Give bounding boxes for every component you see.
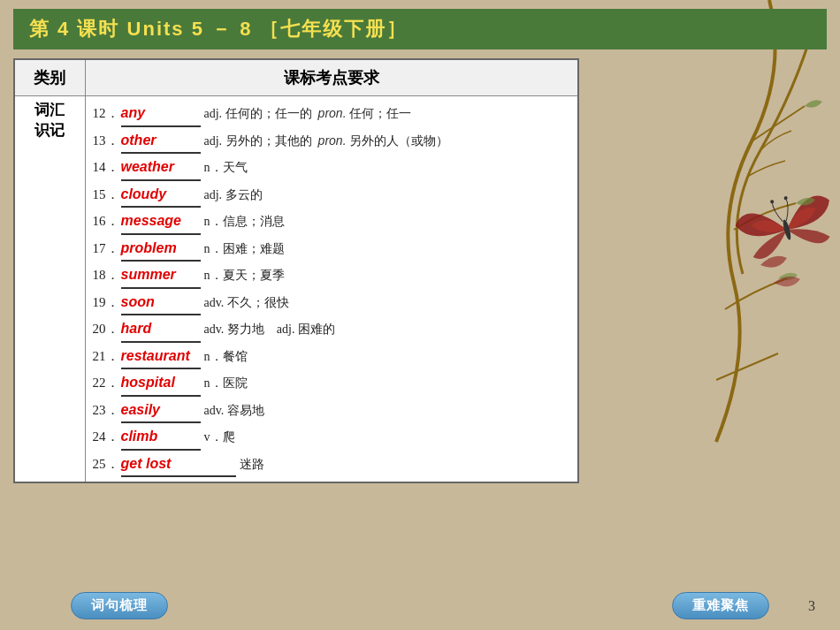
list-item: 24． climb v．爬 [93,424,571,451]
vocab-review-button[interactable]: 词句梳理 [71,592,168,619]
row-number: 16． [93,210,121,233]
list-item: 15． cloudy adj. 多云的 [93,182,571,209]
list-item: 12． any adj. 任何的；任一的 pron. 任何；任一 [93,101,571,127]
word-blank: climb [121,424,201,451]
vocab-table: 类别 课标考点要求 词汇识记 12． any adj. 任何的；任一的 pron… [13,58,579,483]
row-number: 12． [93,102,121,125]
definition: n．夏天；夏季 [204,265,285,286]
list-item: 14． weather n．天气 [93,155,571,181]
word-blank: restaurant [121,344,201,370]
word-answer: easily [121,402,160,417]
word-answer: other [121,133,157,148]
list-item: 22． hospital n．医院 [93,370,571,397]
word-answer: cloudy [121,186,167,201]
list-item: 19． soon adv. 不久；很快 [93,290,571,316]
definition: n．困难；难题 [204,239,285,260]
row-number: 17． [93,238,121,261]
row-number: 21． [93,345,121,368]
row-number: 13． [93,130,121,153]
list-item: 21． restaurant n．餐馆 [93,344,571,370]
word-answer: message [121,213,182,228]
word-answer: soon [121,294,155,309]
word-answer: get lost [121,456,172,471]
row-number: 24． [93,426,121,449]
definition: 迷路 [240,454,264,475]
word-blank: hard [121,316,201,343]
word-blank: soon [121,290,201,316]
content-cell: 12． any adj. 任何的；任一的 pron. 任何；任一 13． oth… [85,96,578,483]
list-item: 20． hard adv. 努力地 adj. 困难的 [93,316,571,343]
list-item: 16． message n．信息；消息 [93,209,571,235]
row-number: 22． [93,372,121,395]
definition: adv. 努力地 adj. 困难的 [204,319,335,340]
row-number: 14． [93,156,121,179]
page-title: 第 4 课时 Units 5 － 8 ［七年级下册］ [13,9,827,49]
row-number: 23． [93,399,121,422]
bottom-toolbar: 词句梳理 重难聚焦 [0,592,840,619]
definition: adv. 容易地 [204,400,264,421]
key-points-button[interactable]: 重难聚焦 [672,592,769,619]
word-blank: message [121,209,201,235]
word-answer: weather [121,159,174,174]
list-item: 13． other adj. 另外的；其他的 pron. 另外的人（或物） [93,128,571,155]
row-number: 20． [93,318,121,341]
definition: adj. 多云的 [204,185,263,206]
row-number: 18． [93,264,121,287]
word-answer: summer [121,267,176,282]
word-blank: weather [121,155,201,181]
definition: adv. 不久；很快 [204,292,289,314]
word-answer: any [121,105,146,120]
col-header-content: 课标考点要求 [85,59,578,96]
page-number: 3 [808,598,815,614]
definition: n．餐馆 [204,346,248,368]
word-answer: hard [121,321,152,336]
definition: n．天气 [204,157,248,178]
definition: n．信息；消息 [204,211,285,232]
category-cell: 词汇识记 [14,96,85,483]
table-row: 词汇识记 12． any adj. 任何的；任一的 pron. 任何；任一 13… [14,96,578,483]
list-item: 18． summer n．夏天；夏季 [93,262,571,289]
list-item: 23． easily adv. 容易地 [93,398,571,424]
word-answer: problem [121,240,177,255]
word-blank: summer [121,262,201,289]
definition: adj. 另外的；其他的 pron. 另外的人（或物） [204,131,449,152]
word-blank: easily [121,398,201,424]
list-item: 25． get lost 迷路 [93,452,571,478]
row-number: 25． [93,453,121,476]
word-blank: hospital [121,370,201,397]
row-number: 19． [93,292,121,315]
word-blank: any [121,101,201,127]
word-answer: restaurant [121,348,190,363]
list-item: 17． problem n．困难；难题 [93,236,571,262]
word-answer: hospital [121,375,175,390]
definition: adj. 任何的；任一的 pron. 任何；任一 [204,103,412,125]
word-blank: get lost [121,452,236,478]
definition: v．爬 [204,427,235,448]
word-answer: climb [121,429,158,444]
word-blank: problem [121,236,201,262]
col-header-category: 类别 [14,59,85,96]
definition: n．医院 [204,373,248,394]
word-blank: cloudy [121,182,201,209]
row-number: 15． [93,184,121,207]
word-blank: other [121,128,201,155]
